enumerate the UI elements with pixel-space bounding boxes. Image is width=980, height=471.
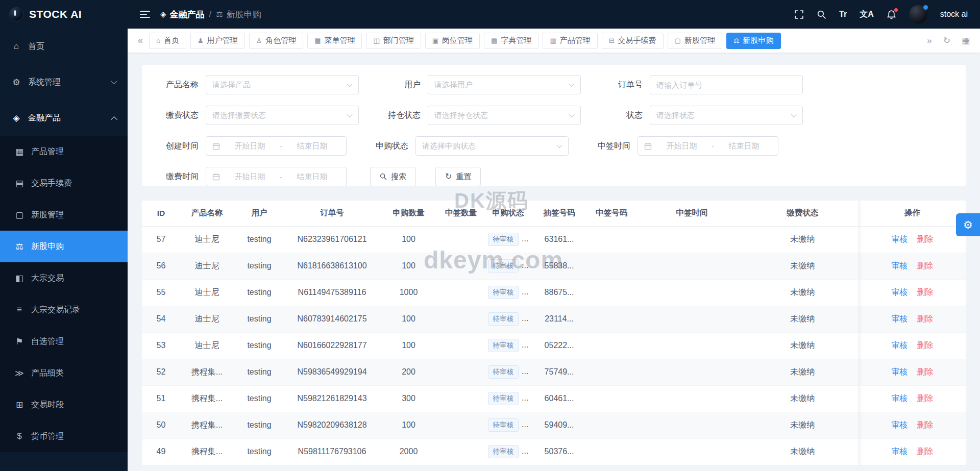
cell-actions: 审核删除	[859, 385, 966, 412]
audit-link[interactable]: 审核	[891, 314, 908, 323]
delete-link[interactable]: 删除	[917, 447, 933, 456]
audit-link[interactable]: 审核	[891, 235, 908, 243]
refresh-icon[interactable]: ↻	[943, 35, 950, 46]
submenu-item-icon: ⚖	[14, 241, 24, 252]
date-start-placeholder: 开始日期	[222, 172, 278, 182]
delete-link[interactable]: 删除	[917, 367, 933, 376]
cell-user: testing	[234, 332, 285, 359]
delete-link[interactable]: 删除	[917, 420, 933, 429]
cell-user: testing	[234, 226, 285, 253]
cell-subscribe-qty: 100	[379, 253, 438, 279]
sidebar-submenu-item[interactable]: ≫ 产品细类	[0, 357, 128, 389]
tab[interactable]: ▥ 产品管理	[543, 33, 597, 49]
cell-subscribe-qty: 200	[379, 359, 438, 385]
sidebar-submenu-item[interactable]: ▦ 产品管理	[0, 136, 128, 167]
tab[interactable]: ⌂ 首页	[149, 33, 186, 49]
tab-scroll-right-icon[interactable]: »	[927, 36, 932, 46]
delete-link[interactable]: 删除	[917, 314, 933, 323]
product-select[interactable]: 请选择产品	[206, 75, 359, 94]
pay-time-range-picker[interactable]: 开始日期 - 结束日期	[206, 167, 347, 186]
cell-pay-status: 未缴纳	[747, 385, 859, 412]
status-badge: 待审核	[488, 312, 519, 326]
create-time-range-picker[interactable]: 开始日期 - 结束日期	[206, 136, 347, 156]
sidebar-submenu-item[interactable]: ⚖ 新股申购	[0, 231, 128, 262]
breadcrumb-section[interactable]: ◈ 金融产品	[160, 9, 205, 20]
cell-win-no	[586, 359, 637, 385]
select-placeholder: 请选择产品	[212, 80, 251, 90]
cell-win-no	[586, 385, 637, 412]
sidebar-submenu-item[interactable]: ⚑ 自选管理	[0, 326, 128, 357]
finance-icon: ◈	[160, 10, 166, 19]
audit-link[interactable]: 审核	[891, 288, 908, 296]
filter-subscribe-status: 申购状态 请选择申购状态	[360, 136, 569, 156]
tab[interactable]: ▢ 新股管理	[668, 33, 722, 49]
cell-id: 51	[142, 385, 180, 412]
cell-product-name: 迪士尼	[180, 279, 234, 306]
cell-user: testing	[234, 438, 285, 465]
tab-scroll-left-icon[interactable]: «	[138, 35, 143, 46]
sidebar-submenu-item[interactable]: ◧ 大宗交易	[0, 262, 128, 294]
audit-link[interactable]: 审核	[891, 394, 908, 403]
sidebar-item-home[interactable]: ⌂ 首页	[0, 29, 128, 64]
avatar[interactable]	[909, 5, 927, 23]
tab[interactable]: ♙ 角色管理	[249, 33, 304, 49]
tab[interactable]: ⚖ 新股申购	[726, 33, 781, 49]
submenu-item-icon: ⊞	[14, 400, 24, 410]
tab[interactable]: ◫ 部门管理	[366, 33, 421, 49]
notification-badge	[894, 8, 898, 12]
font-size-tool[interactable]: Tr	[839, 10, 847, 19]
audit-link[interactable]: 审核	[891, 447, 908, 456]
audit-link[interactable]: 审核	[891, 367, 908, 376]
search-icon[interactable]	[817, 10, 826, 19]
notification-bell-icon[interactable]	[887, 10, 896, 19]
submenu-item-icon: $	[14, 431, 24, 441]
subscribe-status-select[interactable]: 请选择申购状态	[415, 136, 569, 156]
translate-icon[interactable]: 文A	[860, 9, 874, 20]
audit-link[interactable]: 审核	[891, 341, 908, 350]
delete-link[interactable]: 删除	[917, 235, 933, 243]
layout-grid-icon[interactable]: ▦	[962, 35, 970, 46]
delete-link[interactable]: 删除	[917, 288, 933, 296]
sidebar-submenu-item[interactable]: ▢ 新股管理	[0, 199, 128, 231]
tab[interactable]: ▦ 菜单管理	[307, 33, 362, 49]
filter-row: 缴费时间 开始日期 - 结束日期 搜索 ↻ 重置	[150, 167, 958, 186]
pay-status-select[interactable]: 请选择缴费状态	[206, 106, 359, 125]
search-button[interactable]: 搜索	[370, 167, 416, 186]
cell-actions: 审核删除	[859, 438, 966, 465]
user-select[interactable]: 请选择用户	[428, 75, 581, 94]
username: stock ai	[940, 10, 968, 19]
sidebar-submenu-item[interactable]: ▤ 交易手续费	[0, 167, 128, 199]
column-header: ID	[142, 201, 180, 226]
tab[interactable]: ♟ 用户管理	[190, 33, 245, 49]
audit-link[interactable]: 审核	[891, 420, 908, 429]
sidebar-submenu-item[interactable]: ≡ 大宗交易记录	[0, 294, 128, 326]
hamburger-menu-icon[interactable]	[140, 10, 150, 18]
delete-link[interactable]: 删除	[917, 341, 933, 350]
sidebar-submenu-item[interactable]: ⊞ 交易时段	[0, 389, 128, 420]
position-status-select[interactable]: 请选择持仓状态	[428, 106, 581, 125]
sidebar-submenu-item[interactable]: $ 货币管理	[0, 420, 128, 452]
sidebar-item-system[interactable]: ⚙ 系统管理	[0, 64, 128, 100]
submenu-item-label: 新股管理	[31, 210, 64, 220]
delete-link[interactable]: 删除	[917, 394, 933, 403]
tab[interactable]: ▤ 字典管理	[484, 33, 538, 49]
sidebar-item-finance[interactable]: ◈ 金融产品	[0, 100, 128, 136]
win-time-range-picker[interactable]: 开始日期 - 结束日期	[638, 136, 778, 156]
tab-icon: ▤	[491, 37, 497, 44]
order-no-input[interactable]	[650, 75, 803, 94]
delete-link[interactable]: 删除	[917, 261, 933, 270]
cell-win-time	[637, 306, 747, 332]
settings-gear-button[interactable]: ⚙	[956, 213, 980, 236]
fullscreen-icon[interactable]	[794, 10, 804, 19]
tab[interactable]: ⊟ 交易手续费	[602, 33, 664, 49]
tab-icon: ⌂	[156, 37, 160, 44]
cell-id: 57	[142, 226, 180, 253]
cell-lottery-no: 88675...	[532, 279, 586, 306]
status-select[interactable]: 请选择状态	[650, 106, 803, 125]
submenu-item-icon: ▤	[14, 178, 24, 189]
sidebar: STOCK AI ⌂ 首页 ⚙ 系统管理 ◈ 金融产品 ▦ 产品管理	[0, 0, 128, 471]
chevron-down-icon	[556, 142, 562, 148]
audit-link[interactable]: 审核	[891, 261, 908, 270]
reset-button[interactable]: ↻ 重置	[435, 167, 481, 186]
tab[interactable]: ▣ 岗位管理	[425, 33, 480, 49]
